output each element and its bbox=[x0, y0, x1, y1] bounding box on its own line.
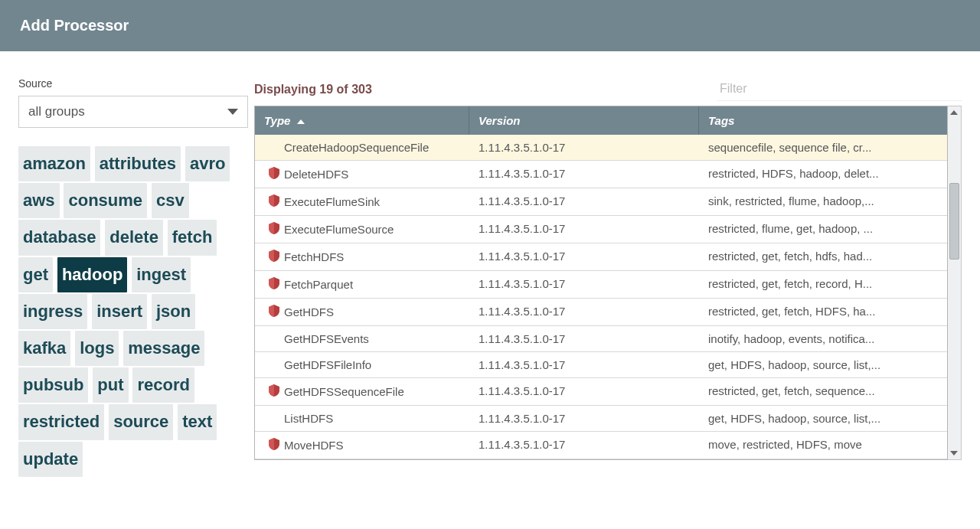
source-select-value: all groups bbox=[28, 104, 85, 119]
cell-tags: get, HDFS, hadoop, source, list,... bbox=[699, 352, 947, 377]
cell-type-text: GetHDFSSequenceFile bbox=[284, 385, 404, 398]
displaying-count: Displaying 19 of 303 bbox=[254, 83, 372, 96]
cell-tags: restricted, get, fetch, hdfs, had... bbox=[699, 243, 947, 270]
restricted-shield-icon bbox=[269, 222, 279, 237]
cell-tags: move, restricted, HDFS, move bbox=[699, 432, 947, 459]
cell-type-text: MoveHDFS bbox=[284, 439, 344, 452]
tag-ingress[interactable]: ingress bbox=[18, 294, 87, 329]
tag-logs[interactable]: logs bbox=[75, 331, 119, 366]
cell-type-text: GetHDFS bbox=[284, 305, 334, 318]
tag-aws[interactable]: aws bbox=[18, 183, 60, 218]
tag-csv[interactable]: csv bbox=[152, 183, 189, 218]
tag-consume[interactable]: consume bbox=[64, 183, 147, 218]
restricted-shield-icon bbox=[269, 438, 279, 452]
cell-type-text: GetHDFSEvents bbox=[284, 332, 369, 345]
cell-version: 1.11.4.3.5.1.0-17 bbox=[469, 216, 699, 243]
cell-type: GetHDFSSequenceFile bbox=[255, 378, 469, 405]
processor-grid: Type Version Tags CreateHadoopSequenceFi… bbox=[254, 106, 948, 460]
table-row[interactable]: MoveHDFS1.11.4.3.5.1.0-17move, restricte… bbox=[255, 432, 947, 459]
right-top-bar: Displaying 19 of 303 bbox=[254, 77, 962, 101]
cell-version: 1.11.4.3.5.1.0-17 bbox=[469, 243, 699, 270]
cell-type-text: ExecuteFlumeSink bbox=[284, 195, 380, 208]
restricted-shield-icon bbox=[269, 250, 279, 264]
tag-kafka[interactable]: kafka bbox=[18, 331, 70, 366]
table-row[interactable]: FetchParquet1.11.4.3.5.1.0-17restricted,… bbox=[255, 271, 947, 299]
tag-delete[interactable]: delete bbox=[105, 220, 163, 255]
restricted-shield-icon bbox=[269, 167, 279, 181]
cell-type: MoveHDFS bbox=[255, 432, 469, 459]
tag-ingest[interactable]: ingest bbox=[132, 257, 191, 292]
table-row[interactable]: ListHDFS1.11.4.3.5.1.0-17get, HDFS, hado… bbox=[255, 406, 947, 432]
table-row[interactable]: ExecuteFlumeSource1.11.4.3.5.1.0-17restr… bbox=[255, 216, 947, 243]
restricted-shield-icon bbox=[269, 305, 279, 319]
cell-version: 1.11.4.3.5.1.0-17 bbox=[469, 188, 699, 215]
left-column: Source all groups amazon attributes avro… bbox=[18, 64, 248, 478]
cell-tags: inotify, hadoop, events, notifica... bbox=[699, 326, 947, 351]
cell-version: 1.11.4.3.5.1.0-17 bbox=[469, 299, 699, 325]
column-header-tags[interactable]: Tags bbox=[699, 106, 947, 135]
column-header-type[interactable]: Type bbox=[255, 106, 469, 135]
cell-tags: restricted, get, fetch, HDFS, ha... bbox=[699, 299, 947, 325]
cell-type: GetHDFSEvents bbox=[255, 326, 469, 351]
tag-database[interactable]: database bbox=[18, 220, 100, 255]
tag-insert[interactable]: insert bbox=[92, 294, 147, 329]
cell-type: FetchHDFS bbox=[255, 243, 469, 270]
scroll-up-icon[interactable] bbox=[950, 110, 958, 115]
table-row[interactable]: CreateHadoopSequenceFile1.11.4.3.5.1.0-1… bbox=[255, 135, 947, 161]
source-select[interactable]: all groups bbox=[18, 96, 248, 128]
cell-type-text: DeleteHDFS bbox=[284, 168, 348, 181]
tag-record[interactable]: record bbox=[132, 367, 194, 403]
tag-text[interactable]: text bbox=[178, 404, 217, 439]
table-row[interactable]: GetHDFSEvents1.11.4.3.5.1.0-17inotify, h… bbox=[255, 326, 947, 352]
cell-type: ListHDFS bbox=[255, 406, 469, 431]
table-row[interactable]: GetHDFSFileInfo1.11.4.3.5.1.0-17get, HDF… bbox=[255, 352, 947, 378]
cell-tags: restricted, get, fetch, sequence... bbox=[699, 378, 947, 405]
tag-get[interactable]: get bbox=[18, 257, 53, 292]
chevron-down-icon bbox=[227, 109, 238, 115]
grid-body: CreateHadoopSequenceFile1.11.4.3.5.1.0-1… bbox=[255, 135, 947, 459]
tag-put[interactable]: put bbox=[93, 367, 128, 403]
cell-version: 1.11.4.3.5.1.0-17 bbox=[469, 378, 699, 405]
cell-tags: get, HDFS, hadoop, source, list,... bbox=[699, 406, 947, 431]
restricted-shield-icon bbox=[269, 277, 279, 292]
tag-avro[interactable]: avro bbox=[185, 146, 230, 181]
table-row[interactable]: FetchHDFS1.11.4.3.5.1.0-17restricted, ge… bbox=[255, 243, 947, 271]
cell-type-text: ExecuteFlumeSource bbox=[284, 223, 394, 236]
cell-tags: sink, restricted, flume, hadoop,... bbox=[699, 188, 947, 215]
tag-attributes[interactable]: attributes bbox=[95, 146, 181, 181]
cell-version: 1.11.4.3.5.1.0-17 bbox=[469, 432, 699, 459]
vertical-scrollbar[interactable] bbox=[948, 106, 962, 460]
cell-tags: restricted, HDFS, hadoop, delet... bbox=[699, 161, 947, 188]
tag-source[interactable]: source bbox=[109, 404, 173, 439]
dialog-body: Source all groups amazon attributes avro… bbox=[0, 51, 980, 478]
cell-tags: sequencefile, sequence file, cr... bbox=[699, 135, 947, 160]
tag-fetch[interactable]: fetch bbox=[168, 220, 217, 255]
tag-json[interactable]: json bbox=[152, 294, 195, 329]
scroll-down-icon[interactable] bbox=[950, 451, 958, 456]
scroll-thumb[interactable] bbox=[949, 183, 959, 260]
restricted-shield-icon bbox=[269, 194, 279, 209]
cell-version: 1.11.4.3.5.1.0-17 bbox=[469, 135, 699, 160]
cell-type: FetchParquet bbox=[255, 271, 469, 298]
tag-update[interactable]: update bbox=[18, 442, 83, 477]
dialog-header: Add Processor bbox=[0, 0, 980, 51]
cell-type: ExecuteFlumeSink bbox=[255, 188, 469, 215]
table-row[interactable]: ExecuteFlumeSink1.11.4.3.5.1.0-17sink, r… bbox=[255, 188, 947, 216]
cell-type: DeleteHDFS bbox=[255, 161, 469, 188]
cell-type: ExecuteFlumeSource bbox=[255, 216, 469, 243]
table-row[interactable]: GetHDFSSequenceFile1.11.4.3.5.1.0-17rest… bbox=[255, 378, 947, 406]
tag-hadoop[interactable]: hadoop bbox=[57, 257, 127, 292]
cell-version: 1.11.4.3.5.1.0-17 bbox=[469, 352, 699, 377]
tag-message[interactable]: message bbox=[123, 331, 204, 366]
cell-type-text: FetchHDFS bbox=[284, 250, 344, 263]
column-header-version[interactable]: Version bbox=[469, 106, 699, 135]
tag-restricted[interactable]: restricted bbox=[18, 404, 104, 439]
filter-input[interactable] bbox=[717, 77, 962, 101]
cell-version: 1.11.4.3.5.1.0-17 bbox=[469, 326, 699, 351]
tag-pubsub[interactable]: pubsub bbox=[18, 367, 88, 403]
tag-amazon[interactable]: amazon bbox=[18, 146, 90, 181]
cell-version: 1.11.4.3.5.1.0-17 bbox=[469, 406, 699, 431]
table-row[interactable]: DeleteHDFS1.11.4.3.5.1.0-17restricted, H… bbox=[255, 161, 947, 188]
table-row[interactable]: GetHDFS1.11.4.3.5.1.0-17restricted, get,… bbox=[255, 299, 947, 326]
dialog-title: Add Processor bbox=[20, 17, 129, 34]
